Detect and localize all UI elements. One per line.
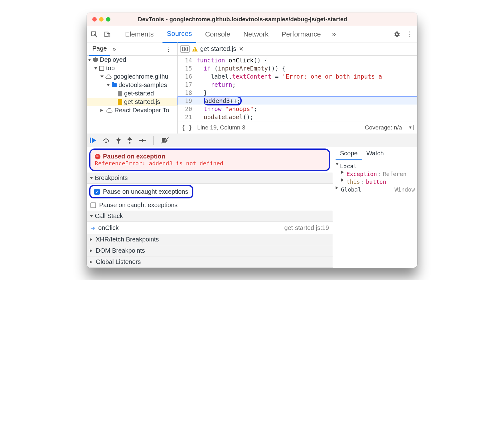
- svg-point-7: [129, 142, 131, 144]
- pause-caught-label: Pause on caught exceptions: [99, 202, 177, 209]
- step-into-icon[interactable]: [116, 137, 121, 144]
- more-tabs-icon[interactable]: »: [330, 30, 338, 39]
- frame-location[interactable]: get-started.js:19: [284, 224, 329, 231]
- titlebar: DevTools - googlechrome.github.io/devtoo…: [87, 12, 417, 26]
- scope-tab[interactable]: Scope: [336, 147, 362, 160]
- scope-global[interactable]: Global: [341, 186, 361, 193]
- watch-tab[interactable]: Watch: [362, 147, 388, 160]
- tree-deployed[interactable]: Deployed: [100, 56, 126, 63]
- navigator-more-icon[interactable]: »: [110, 45, 119, 52]
- tree-origin[interactable]: googlechrome.githu: [114, 73, 168, 80]
- xhr-breakpoints-header[interactable]: XHR/fetch Breakpoints: [87, 234, 333, 245]
- tree-file1[interactable]: get-started: [124, 90, 154, 97]
- svg-point-6: [118, 142, 119, 144]
- tree-ext[interactable]: React Developer To: [114, 107, 169, 114]
- kebab-menu-icon[interactable]: ⋮: [405, 30, 414, 39]
- format-icon[interactable]: { }: [182, 124, 192, 131]
- tab-console[interactable]: Console: [201, 26, 235, 42]
- settings-icon[interactable]: [392, 30, 401, 39]
- annotation-uncaught-checkbox: Pause on uncaught exceptions: [89, 185, 193, 198]
- dom-breakpoints-header[interactable]: DOM Breakpoints: [87, 245, 333, 256]
- coverage-label: Coverage: n/a: [365, 124, 402, 131]
- annotation-paused-box: Paused on exception ReferenceError: adde…: [89, 148, 330, 171]
- svg-rect-3: [182, 47, 187, 51]
- tab-elements[interactable]: Elements: [121, 26, 158, 42]
- paused-message: ReferenceError: addend3 is not defined: [95, 160, 325, 167]
- tree-top[interactable]: top: [106, 65, 115, 72]
- tab-sources[interactable]: Sources: [162, 26, 196, 43]
- device-toolbar-icon[interactable]: [103, 30, 112, 39]
- navigator-kebab-icon[interactable]: ⋮: [162, 45, 175, 53]
- annotation-identifier: addend3++;: [204, 96, 242, 105]
- code-editor[interactable]: 14function onClick() { 15 if (inputsAreE…: [178, 56, 417, 121]
- svg-rect-1: [105, 32, 108, 36]
- maximize-button[interactable]: [106, 17, 110, 22]
- tab-performance[interactable]: Performance: [277, 26, 325, 42]
- global-listeners-header[interactable]: Global Listeners: [87, 256, 333, 268]
- callstack-header[interactable]: Call Stack: [87, 211, 333, 222]
- scope-panel: Local Exception: Referen this: button Gl…: [333, 160, 417, 195]
- file-tree[interactable]: Deployed top googlechrome.githu devtools…: [87, 56, 178, 134]
- inspect-icon[interactable]: [90, 30, 99, 39]
- pause-uncaught-label: Pause on uncaught exceptions: [103, 188, 188, 195]
- svg-point-5: [105, 141, 107, 143]
- warning-icon: [192, 46, 198, 51]
- navigator-tab-page[interactable]: Page: [89, 42, 110, 56]
- editor-nav-icon[interactable]: [180, 45, 190, 53]
- drawer-toggle-icon[interactable]: ▼: [407, 125, 414, 130]
- tree-file2[interactable]: get-started.js: [124, 98, 160, 105]
- minimize-button[interactable]: [99, 17, 104, 22]
- callstack-frame[interactable]: ➔ onClick get-started.js:19: [87, 222, 333, 234]
- pause-uncaught-checkbox[interactable]: [94, 189, 100, 195]
- step-out-icon[interactable]: [127, 137, 132, 144]
- tree-folder[interactable]: devtools-samples: [119, 81, 167, 89]
- deactivate-breakpoints-icon[interactable]: [161, 137, 169, 144]
- svg-rect-4: [90, 138, 91, 143]
- step-icon[interactable]: [138, 138, 146, 143]
- svg-point-8: [144, 139, 146, 141]
- scope-local[interactable]: Local: [340, 163, 357, 169]
- tab-network[interactable]: Network: [239, 26, 273, 42]
- editor-tab-name[interactable]: get-started.js: [200, 45, 236, 52]
- error-icon: [95, 154, 100, 159]
- close-button[interactable]: [92, 17, 97, 22]
- resume-icon[interactable]: [90, 137, 96, 144]
- close-tab-icon[interactable]: ✕: [239, 46, 244, 52]
- breakpoints-header[interactable]: Breakpoints: [87, 173, 333, 184]
- step-over-icon[interactable]: [102, 137, 110, 144]
- pause-caught-checkbox[interactable]: [90, 202, 96, 208]
- paused-title: Paused on exception: [95, 153, 325, 160]
- window-title: DevTools - googlechrome.github.io/devtoo…: [138, 16, 347, 23]
- cursor-position: Line 19, Column 3: [197, 124, 245, 131]
- current-frame-icon: ➔: [90, 225, 95, 231]
- navigator-tabs: Page » ⋮: [87, 42, 177, 56]
